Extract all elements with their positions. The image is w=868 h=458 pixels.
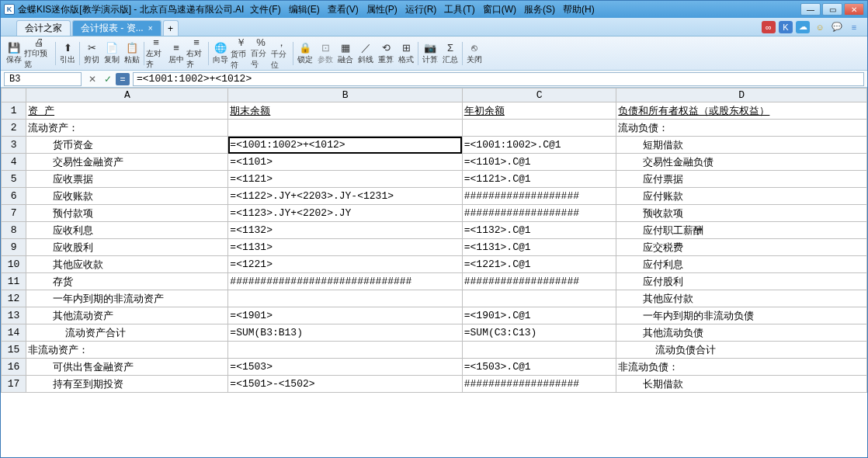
cell-A16[interactable]: 可供出售金融资产 — [26, 359, 228, 376]
row-header[interactable]: 10 — [2, 256, 26, 273]
row-header[interactable]: 16 — [2, 359, 26, 376]
cell-reference-box[interactable]: B3 — [4, 72, 82, 86]
cell-B15[interactable] — [228, 342, 462, 359]
service-icon-2[interactable]: K — [779, 21, 793, 33]
cell-D14[interactable]: 其他流动负债 — [616, 324, 867, 342]
cell-B2[interactable] — [228, 120, 462, 137]
cell-A1[interactable]: 资 产 — [26, 102, 228, 120]
toolbar-button-格式[interactable]: ⊞格式 — [396, 36, 416, 70]
cell-B1[interactable]: 期末余额 — [228, 102, 462, 120]
cell-A3[interactable]: 货币资金 — [26, 137, 228, 154]
cell-C4[interactable]: =<1101>.C@1 — [462, 154, 616, 171]
toolbar-button-向导[interactable]: 🌐向导 — [210, 36, 231, 70]
cell-B16[interactable]: =<1503> — [228, 359, 462, 376]
cell-B5[interactable]: =<1121> — [228, 171, 462, 188]
row-header[interactable]: 4 — [2, 154, 26, 171]
cell-B9[interactable]: =<1131> — [228, 239, 462, 256]
cell-C14[interactable]: =SUM(C3:C13) — [462, 324, 616, 342]
toolbar-button-粘贴[interactable]: 📋粘贴 — [122, 36, 142, 70]
row-header[interactable]: 3 — [2, 137, 26, 154]
column-header[interactable]: D — [616, 88, 867, 102]
cell-A17[interactable]: 持有至到期投资 — [26, 376, 228, 393]
row-header[interactable]: 11 — [2, 273, 26, 290]
formula-equals-button[interactable]: = — [116, 73, 130, 85]
toolbar-button-复制[interactable]: 📄复制 — [102, 36, 122, 70]
cell-B17[interactable]: =<1501>-<1502> — [228, 376, 462, 393]
cell-D5[interactable]: 应付票据 — [616, 171, 867, 188]
menu-item[interactable]: 窗口(W) — [483, 3, 516, 16]
cell-D7[interactable]: 预收款项 — [616, 205, 867, 222]
cell-A4[interactable]: 交易性金融资产 — [26, 154, 228, 171]
menu-icon[interactable]: ≡ — [847, 21, 861, 33]
toolbar-button-剪切[interactable]: ✂剪切 — [82, 36, 102, 70]
cell-C17[interactable]: ################### — [462, 376, 616, 393]
cell-B14[interactable]: =SUM(B3:B13) — [228, 324, 462, 342]
toolbar-button-斜线[interactable]: ／斜线 — [356, 36, 376, 70]
cell-C9[interactable]: =<1131>.C@1 — [462, 239, 616, 256]
cell-C8[interactable]: =<1132>.C@1 — [462, 222, 616, 239]
chat-icon[interactable]: 💬 — [830, 21, 844, 33]
cell-D2[interactable]: 流动负债： — [616, 120, 867, 137]
toolbar-button-千分位[interactable]: ，千分位 — [271, 36, 291, 70]
cell-D3[interactable]: 短期借款 — [616, 137, 867, 154]
formula-input[interactable]: =<1001:1002>+<1012> — [133, 72, 864, 86]
row-header[interactable]: 14 — [2, 324, 26, 342]
cell-D4[interactable]: 交易性金融负债 — [616, 154, 867, 171]
cell-A12[interactable]: 一年内到期的非流动资产 — [26, 290, 228, 307]
smile-icon[interactable]: ☺ — [813, 21, 827, 33]
formula-cancel-button[interactable]: ✕ — [85, 72, 100, 86]
cell-A15[interactable]: 非流动资产： — [26, 342, 228, 359]
tab-close-icon[interactable]: × — [148, 24, 153, 33]
row-header[interactable]: 5 — [2, 171, 26, 188]
column-header[interactable]: A — [26, 88, 228, 102]
cell-C6[interactable]: ################### — [462, 188, 616, 205]
cell-B12[interactable] — [228, 290, 462, 307]
cell-D11[interactable]: 应付股利 — [616, 273, 867, 290]
cell-C2[interactable] — [462, 120, 616, 137]
column-header[interactable]: C — [462, 88, 616, 102]
minimize-button[interactable]: — — [800, 3, 821, 16]
cell-C1[interactable]: 年初余额 — [462, 102, 616, 120]
menu-item[interactable]: 工具(T) — [444, 3, 474, 16]
add-tab-button[interactable]: + — [163, 20, 179, 36]
row-header[interactable]: 13 — [2, 307, 26, 324]
row-header[interactable]: 15 — [2, 342, 26, 359]
cell-C15[interactable] — [462, 342, 616, 359]
cell-D6[interactable]: 应付账款 — [616, 188, 867, 205]
row-header[interactable]: 6 — [2, 188, 26, 205]
cell-B13[interactable]: =<1901> — [228, 307, 462, 324]
menu-item[interactable]: 查看(V) — [328, 3, 359, 16]
menu-item[interactable]: 运行(R) — [405, 3, 437, 16]
toolbar-button-融合[interactable]: ▦融合 — [335, 36, 356, 70]
cell-A9[interactable]: 应收股利 — [26, 239, 228, 256]
service-icon-1[interactable]: ∞ — [762, 21, 776, 33]
toolbar-button-左对齐[interactable]: ≡左对齐 — [146, 36, 166, 70]
row-header[interactable]: 9 — [2, 239, 26, 256]
toolbar-button-引出[interactable]: ⬆引出 — [57, 36, 78, 70]
cell-A6[interactable]: 应收账款 — [26, 188, 228, 205]
cell-A14[interactable]: 流动资产合计 — [26, 324, 228, 342]
spreadsheet-grid[interactable]: ABCD 1资 产期末余额年初余额负债和所有者权益（或股东权益）2流动资产：流动… — [1, 88, 867, 393]
cell-A7[interactable]: 预付款项 — [26, 205, 228, 222]
row-header[interactable]: 1 — [2, 102, 26, 120]
cell-D15[interactable]: 流动负债合计 — [616, 342, 867, 359]
toolbar-button-居中[interactable]: ≡居中 — [166, 36, 186, 70]
cell-D12[interactable]: 其他应付款 — [616, 290, 867, 307]
toolbar-button-计算[interactable]: 📷计算 — [420, 36, 440, 70]
cell-C5[interactable]: =<1121>.C@1 — [462, 171, 616, 188]
cell-C12[interactable] — [462, 290, 616, 307]
row-header[interactable]: 7 — [2, 205, 26, 222]
toolbar-button-百分号[interactable]: %百分号 — [251, 36, 271, 70]
toolbar-button-保存[interactable]: 💾保存 — [4, 36, 24, 70]
cell-C11[interactable]: ################### — [462, 273, 616, 290]
menu-item[interactable]: 服务(S) — [524, 3, 555, 16]
cell-B11[interactable]: ############################## — [228, 273, 462, 290]
cell-C13[interactable]: =<1901>.C@1 — [462, 307, 616, 324]
cell-C7[interactable]: ################### — [462, 205, 616, 222]
cell-C16[interactable]: =<1503>.C@1 — [462, 359, 616, 376]
cell-D10[interactable]: 应付利息 — [616, 256, 867, 273]
cell-D13[interactable]: 一年内到期的非流动负债 — [616, 307, 867, 324]
toolbar-button-货币符[interactable]: ￥货币符 — [231, 36, 251, 70]
cell-C10[interactable]: =<1221>.C@1 — [462, 256, 616, 273]
row-header[interactable]: 17 — [2, 376, 26, 393]
